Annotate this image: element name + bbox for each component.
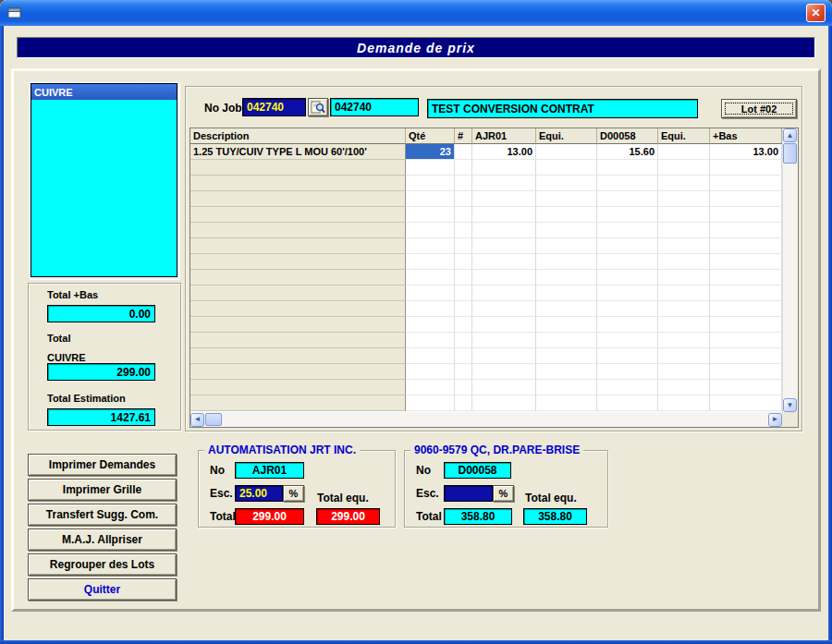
grid-cell[interactable] xyxy=(710,254,782,270)
grid-cell[interactable] xyxy=(472,348,536,364)
grid-cell[interactable] xyxy=(597,317,658,333)
regrouper-des-lots-button[interactable]: Regrouper des Lots xyxy=(28,553,177,576)
grid-cell[interactable] xyxy=(536,144,597,160)
grid-cell[interactable] xyxy=(597,223,658,238)
grid-cell[interactable] xyxy=(455,254,472,270)
grid-cell[interactable]: 1.25 TUY/CUIV TYPE L MOU 60'/100' xyxy=(190,144,406,160)
lot-button[interactable]: Lot #02 xyxy=(721,99,797,118)
grid-cell[interactable] xyxy=(710,380,782,395)
grid-cell[interactable] xyxy=(597,286,658,301)
grid-cell[interactable] xyxy=(190,176,406,191)
vertical-scrollbar[interactable]: ▲ ▼ xyxy=(782,128,798,412)
grid-cell[interactable] xyxy=(406,254,455,270)
grid-cell[interactable] xyxy=(406,364,455,380)
grid-cell[interactable] xyxy=(536,348,597,364)
scroll-left-button[interactable]: ◄ xyxy=(190,413,204,427)
category-list-item[interactable]: CUIVRE xyxy=(31,84,177,100)
grid-cell[interactable] xyxy=(190,301,406,317)
grid-cell[interactable] xyxy=(190,333,406,348)
grid-cell[interactable] xyxy=(455,160,472,176)
maj-allpriser-button[interactable]: M.A.J. Allpriser xyxy=(28,529,177,551)
grid-cell[interactable] xyxy=(710,191,782,207)
grid-cell[interactable] xyxy=(406,238,455,254)
grid-cell[interactable] xyxy=(658,333,710,348)
grid-cell[interactable] xyxy=(190,317,406,333)
quitter-button[interactable]: Quitter xyxy=(28,578,177,601)
grid-cell[interactable] xyxy=(472,254,536,270)
grid-cell[interactable] xyxy=(710,301,782,317)
grid-cell[interactable] xyxy=(710,348,782,364)
grid-cell[interactable] xyxy=(472,238,536,254)
grid-cell[interactable] xyxy=(406,223,455,238)
grid-cell[interactable] xyxy=(406,317,455,333)
vertical-scroll-thumb[interactable] xyxy=(783,143,797,164)
grid-cell[interactable] xyxy=(472,286,536,301)
grid-cell[interactable] xyxy=(406,395,455,411)
grid-cell[interactable] xyxy=(455,207,472,223)
grid-cell[interactable] xyxy=(658,254,710,270)
grid-cell[interactable] xyxy=(536,191,597,207)
grid-cell[interactable] xyxy=(536,270,597,286)
job-search-button[interactable] xyxy=(308,98,328,116)
grid-cell[interactable] xyxy=(597,207,658,223)
grid-cell[interactable] xyxy=(597,191,658,207)
grid-cell[interactable] xyxy=(658,191,710,207)
imprimer-demandes-button[interactable]: Imprimer Demandes xyxy=(28,454,177,476)
grid-cell[interactable] xyxy=(658,301,710,317)
grid-cell[interactable] xyxy=(710,317,782,333)
grid-cell[interactable] xyxy=(190,348,406,364)
supplier-1-esc-input[interactable] xyxy=(235,485,283,502)
scroll-down-button[interactable]: ▼ xyxy=(783,398,797,412)
grid-cell[interactable] xyxy=(597,270,658,286)
grid-cell[interactable] xyxy=(536,238,597,254)
grid-cell[interactable] xyxy=(536,286,597,301)
grid-cell[interactable] xyxy=(597,176,658,191)
grid-cell[interactable] xyxy=(455,364,472,380)
grid-cell[interactable] xyxy=(658,395,710,411)
grid-cell[interactable] xyxy=(536,254,597,270)
grid-cell[interactable] xyxy=(597,301,658,317)
grid-cell[interactable] xyxy=(710,333,782,348)
grid-cell[interactable] xyxy=(658,223,710,238)
grid-cell[interactable] xyxy=(597,395,658,411)
grid-cell[interactable] xyxy=(190,270,406,286)
grid-cell[interactable] xyxy=(472,395,536,411)
grid-cell[interactable] xyxy=(658,286,710,301)
grid-cell[interactable]: 13.00 xyxy=(710,144,782,160)
grid-cell[interactable] xyxy=(536,301,597,317)
grid-cell[interactable] xyxy=(406,301,455,317)
grid-cell[interactable] xyxy=(658,364,710,380)
grid-cell[interactable] xyxy=(455,238,472,254)
grid-cell[interactable] xyxy=(710,207,782,223)
grid-cell[interactable] xyxy=(710,176,782,191)
grid-cell[interactable] xyxy=(472,176,536,191)
grid-cell[interactable] xyxy=(455,348,472,364)
grid-cell[interactable] xyxy=(658,270,710,286)
grid-cell[interactable] xyxy=(190,223,406,238)
grid-cell[interactable] xyxy=(472,333,536,348)
grid-cell[interactable] xyxy=(710,238,782,254)
grid-cell[interactable] xyxy=(597,160,658,176)
grid-cell[interactable] xyxy=(472,207,536,223)
horizontal-scrollbar[interactable]: ◄ ► xyxy=(190,412,782,427)
grid-cell[interactable] xyxy=(658,348,710,364)
supplier-2-percent-button[interactable]: % xyxy=(493,485,514,502)
grid-cell[interactable] xyxy=(536,223,597,238)
grid-cell[interactable] xyxy=(536,380,597,395)
grid-cell[interactable] xyxy=(710,223,782,238)
grid-cell[interactable] xyxy=(406,270,455,286)
transfert-sugg-com-button[interactable]: Transfert Sugg. Com. xyxy=(28,504,177,526)
grid-cell[interactable] xyxy=(536,395,597,411)
horizontal-scroll-thumb[interactable] xyxy=(205,413,222,426)
grid-cell[interactable] xyxy=(658,238,710,254)
grid-cell[interactable] xyxy=(710,395,782,411)
grid-cell[interactable] xyxy=(455,144,472,160)
grid-cell[interactable] xyxy=(455,380,472,395)
grid-cell[interactable]: 15.60 xyxy=(597,144,658,160)
grid-cell[interactable] xyxy=(190,364,406,380)
grid-cell[interactable] xyxy=(597,364,658,380)
grid-cell[interactable] xyxy=(472,223,536,238)
grid-cell[interactable]: 13.00 xyxy=(472,144,536,160)
grid-cell[interactable] xyxy=(455,395,472,411)
supplier-1-percent-button[interactable]: % xyxy=(283,485,304,502)
